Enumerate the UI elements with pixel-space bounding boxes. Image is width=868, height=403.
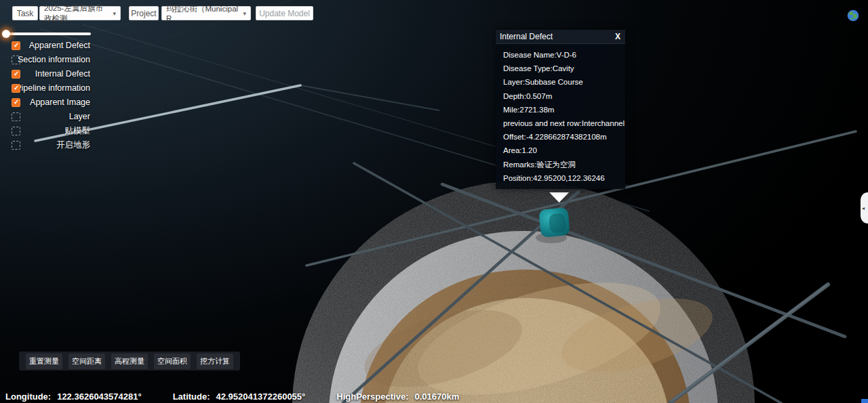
checkbox[interactable]: [12, 70, 20, 79]
checkbox[interactable]: [12, 127, 20, 135]
scene-3d-viewport[interactable]: [0, 0, 868, 403]
high-perspective-label: HighPerspective:: [336, 391, 408, 402]
reset-measure-button[interactable]: 重置测量: [26, 354, 62, 369]
panel-expand-handle[interactable]: ◂: [861, 192, 868, 224]
longitude-label: Longitude:: [5, 391, 51, 402]
layer-checklist: Apparent Defect Section information Inte…: [0, 39, 90, 152]
popup-field: Position:42.95200,122.36246: [503, 171, 623, 185]
popup-field: Area:1.20: [503, 144, 623, 157]
app-window: Task 2025-左翼后旗市政检测 ▾ Project 玛拉沁街（Munici…: [0, 0, 868, 403]
checkbox[interactable]: [12, 84, 20, 93]
checkbox[interactable]: [12, 56, 20, 64]
project-select[interactable]: 玛拉沁街（Municipal R ▾: [161, 6, 251, 20]
task-select[interactable]: 2025-左翼后旗市政检测 ▾: [39, 6, 121, 20]
internal-defect-popup: Internal Defect X Disease Name:V-D-6 Dis…: [496, 30, 625, 189]
checkbox[interactable]: [12, 98, 20, 107]
high-perspective-value: 0.01670km: [414, 391, 459, 402]
chevron-left-icon: ◂: [862, 205, 865, 211]
popup-field: Mile:2721.38m: [503, 103, 623, 116]
popup-field: Depth:0.507m: [503, 89, 623, 103]
chevron-down-icon: ▾: [113, 10, 116, 17]
popup-field: Offset:-4.228662874382108m: [503, 130, 623, 144]
task-select-value: 2025-左翼后旗市政检测: [44, 3, 108, 24]
popup-field: Layer:Subbase Course: [503, 75, 623, 89]
chevron-down-icon: ▾: [243, 10, 246, 17]
popup-field: Remarks:验证为空洞: [503, 158, 623, 171]
popup-field: previous and next row:Interchannel: [503, 116, 623, 130]
update-model-button[interactable]: Update Model: [256, 6, 313, 20]
longitude-value: 122.3626043574281°: [57, 391, 142, 402]
popup-body: Disease Name:V-D-6 Disease Type:Cavity L…: [496, 44, 625, 185]
corner-widget-sliver: [861, 399, 868, 403]
opacity-slider-knob[interactable]: [2, 30, 10, 38]
globe-icon[interactable]: [847, 9, 859, 22]
coordinate-statusbar: Longitude: 122.3626043574281° Latitude: …: [5, 391, 459, 402]
layer-item-apparent-image[interactable]: Apparent Image: [0, 96, 90, 110]
layer-item-pipeline-information[interactable]: Pipeline information: [0, 81, 90, 96]
layer-item-internal-defect[interactable]: Internal Defect: [0, 67, 90, 81]
latitude-value: 42.952041372260055°: [216, 391, 306, 402]
opacity-slider-track[interactable]: [6, 33, 91, 35]
popup-field: Disease Type:Cavity: [503, 62, 623, 75]
checkbox[interactable]: [12, 41, 20, 50]
layer-item-layer[interactable]: Layer: [0, 110, 90, 124]
popup-title: Internal Defect: [496, 30, 625, 44]
spatial-distance-button[interactable]: 空间距离: [68, 354, 105, 369]
popup-field: Disease Name:V-D-6: [503, 48, 623, 62]
project-label: Project: [129, 6, 159, 20]
elevation-measure-button[interactable]: 高程测量: [111, 354, 148, 369]
checkbox[interactable]: [12, 112, 20, 121]
layer-item-paste-model[interactable]: 贴模型: [0, 124, 90, 138]
layer-item-apparent-defect[interactable]: Apparent Defect: [0, 39, 90, 53]
close-icon[interactable]: X: [615, 31, 620, 43]
excavation-calc-button[interactable]: 挖方计算: [197, 354, 233, 369]
spatial-area-button[interactable]: 空间面积: [154, 354, 191, 369]
layer-item-section-information[interactable]: Section information: [0, 53, 90, 67]
task-label: Task: [12, 6, 38, 20]
latitude-label: Latitude:: [173, 391, 210, 402]
measure-toolbar: 重置测量 空间距离 高程测量 空间面积 挖方计算: [19, 352, 240, 370]
checkbox[interactable]: [12, 141, 20, 150]
project-select-value: 玛拉沁街（Municipal R: [166, 4, 239, 22]
layer-item-enable-terrain[interactable]: 开启地形: [0, 138, 90, 152]
